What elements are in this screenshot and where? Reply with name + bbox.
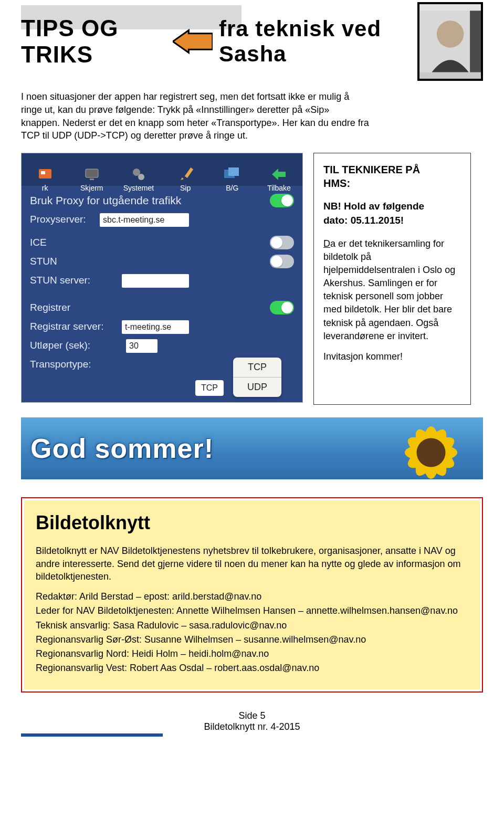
tab-bg[interactable]: B/G: [209, 166, 256, 192]
sunflower-icon: [392, 417, 470, 479]
yellow-info-box: Bildetolknytt Bildetolknytt er NAV Bilde…: [21, 497, 483, 693]
input-utloper[interactable]: 30: [126, 339, 158, 353]
yellowbox-paragraph: Bildetolknytt er NAV Bildetolktjenestens…: [36, 544, 468, 583]
row-proxy-toggle: Bruk Proxy for utgående trafikk: [30, 191, 294, 210]
svg-marker-0: [173, 30, 213, 53]
svg-point-22: [417, 438, 446, 467]
transport-button[interactable]: TCP: [195, 380, 224, 396]
page-number: Side 5: [21, 710, 483, 721]
svg-point-10: [138, 174, 144, 180]
svg-rect-11: [185, 167, 193, 178]
header-title-right: fra teknisk ved Sasha: [219, 16, 414, 67]
popup-option-udp[interactable]: UDP: [233, 377, 281, 397]
contact-line: Regionansvarlig Sør-Øst: Susanne Wilhelm…: [36, 633, 468, 646]
contact-line: Regionansvarlig Vest: Robert Aas Osdal –…: [36, 662, 468, 675]
row-proxyserver: Proxyserver: sbc.t-meeting.se: [30, 210, 294, 229]
tab-tilbake[interactable]: Tilbake: [256, 166, 302, 192]
contact-line: Leder for NAV Bildetolktjenesten: Annett…: [36, 604, 468, 617]
row-registrar: Registrar server: t-meeting.se: [30, 317, 294, 336]
svg-marker-12: [181, 177, 184, 180]
label-proxy-toggle: Bruk Proxy for utgående trafikk: [30, 194, 181, 207]
transport-popup: TCP UDP: [233, 358, 281, 397]
infobox-subheading: NB! Hold av følgende dato: 05.11.2015!: [323, 200, 461, 227]
toggle-proxy[interactable]: [270, 194, 294, 207]
author-photo: [417, 2, 483, 81]
infobox-heading: TIL TEKNIKERE PÅ HMS:: [323, 163, 461, 190]
label-stun: STUN: [30, 256, 57, 267]
row-ice: ICE: [30, 233, 294, 252]
svg-rect-14: [228, 167, 239, 176]
label-registrar: Registrar server:: [30, 321, 103, 332]
infobox-paragraph-1: Da er det teknikersamling for bildetolk …: [323, 237, 461, 343]
input-proxyserver[interactable]: sbc.t-meeting.se: [100, 213, 189, 227]
toggle-ice[interactable]: [270, 236, 294, 249]
tab-bar: rk Skjerm Systemet Sip B/G Tilbake: [22, 153, 302, 186]
contact-line: Teknisk ansvarlig: Sasa Radulovic – sasa…: [36, 619, 468, 632]
label-stunserver: STUN server:: [30, 275, 90, 286]
intro-text: I noen situasjoner der appen har registr…: [21, 90, 370, 142]
input-stunserver[interactable]: [122, 274, 189, 288]
issue-label: Bildetolknytt nr. 4-2015: [21, 721, 483, 732]
row-utloper: Utløper (sek): 30: [30, 336, 294, 355]
popup-option-tcp[interactable]: TCP: [233, 358, 281, 377]
label-transport: Transportype:: [30, 359, 91, 370]
row-stun: STUN: [30, 252, 294, 271]
yellowbox-title: Bildetolknytt: [36, 512, 468, 534]
row-registrer: Registrer: [30, 298, 294, 317]
page-footer: Side 5 Bildetolknytt nr. 4-2015: [21, 710, 483, 736]
toggle-stun[interactable]: [270, 255, 294, 268]
contact-line: Redaktør: Arild Berstad – epost: arild.b…: [36, 590, 468, 603]
svg-rect-2: [470, 11, 481, 72]
app-screenshot: 2.42 ↯ ✱ 81 % ▭ rk Skjerm Systemet Sip B…: [21, 153, 303, 403]
infobox-paragraph-2: Invitasjon kommer!: [323, 350, 461, 363]
label-registrer: Registrer: [30, 302, 70, 313]
banner-text: God sommer!: [30, 433, 214, 464]
svg-rect-8: [90, 179, 94, 180]
summer-banner: God sommer!: [21, 417, 483, 479]
svg-point-3: [437, 20, 464, 48]
row-stunserver: STUN server:: [30, 271, 294, 290]
arrow-left-icon: [173, 28, 213, 55]
svg-marker-15: [272, 169, 286, 180]
tab-rk[interactable]: rk: [22, 166, 68, 192]
info-box: TIL TEKNIKERE PÅ HMS: NB! Hold av følgen…: [313, 153, 471, 405]
tab-skjerm[interactable]: Skjerm: [68, 166, 115, 192]
header-title-left: TIPS OG TRIKS: [21, 15, 166, 68]
toggle-registrer[interactable]: [270, 301, 294, 314]
contacts-list: Redaktør: Arild Berstad – epost: arild.b…: [36, 590, 468, 675]
label-proxyserver: Proxyserver:: [30, 214, 86, 225]
svg-rect-7: [86, 169, 98, 177]
tab-systemet[interactable]: Systemet: [115, 166, 162, 192]
input-registrar[interactable]: t-meeting.se: [122, 320, 189, 334]
contact-line: Regionansvarlig Nord: Heidi Holm – heidi…: [36, 647, 468, 660]
label-utloper: Utløper (sek):: [30, 340, 90, 351]
header: TIPS OG TRIKS fra teknisk ved Sasha: [21, 2, 483, 81]
tab-sip[interactable]: Sip: [162, 166, 209, 192]
label-ice: ICE: [30, 237, 47, 248]
svg-rect-6: [41, 171, 45, 174]
